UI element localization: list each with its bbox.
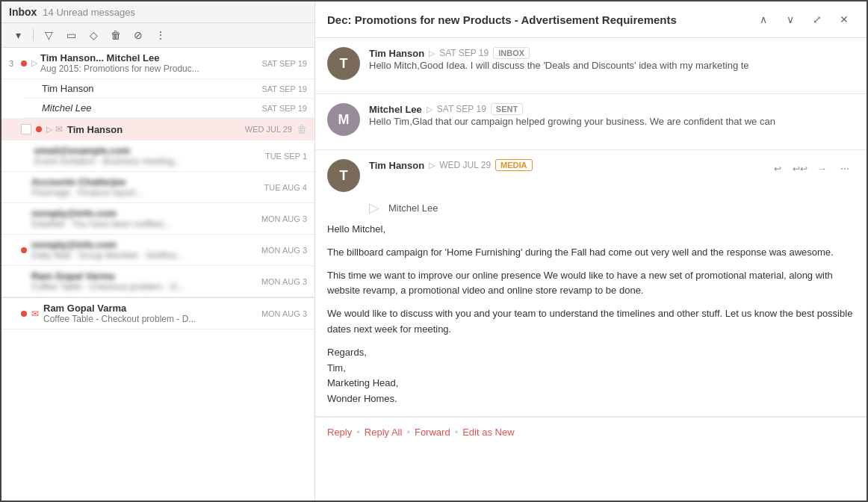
msg-header-3: T Tim Hanson ▷ WED JUL 29 MEDIA ↩ ↩↩ →	[327, 159, 855, 192]
email-subject-title: Dec: Promotions for new Products - Adver…	[327, 13, 753, 26]
sub-sender: Mitchel Lee	[42, 102, 261, 114]
thread-info: Tim Hanson	[67, 124, 239, 135]
unread-dot	[21, 153, 27, 159]
forward-link[interactable]: Forward	[415, 427, 450, 438]
email-thread-row[interactable]: Accounts Chatterjee Floorrage - Finance …	[1, 172, 314, 203]
msg-to-row: ▷ Mitchel Lee	[327, 196, 855, 222]
unread-count: 14 Unread messages	[43, 7, 135, 18]
msg-sender-row-3: Tim Hanson ▷ WED JUL 29 MEDIA	[369, 159, 759, 171]
collapse-up-btn[interactable]: ∧	[753, 9, 774, 30]
unread-dot	[21, 216, 27, 222]
sub-thread-item[interactable]: Mitchel Lee SAT SEP 19	[24, 99, 314, 118]
email-footer: Reply • Reply All • Forward • Edit as Ne…	[315, 417, 867, 447]
select-dropdown-btn[interactable]: ▾	[9, 26, 27, 44]
open-external-btn[interactable]: ⤢	[807, 9, 828, 30]
thread-delete-btn[interactable]: 🗑	[297, 123, 307, 135]
email-thread-row-selected[interactable]: ▷ ✉ Tim Hanson WED JUL 29 🗑	[1, 119, 314, 140]
thread-info: Tim Hanson... Mitchel Lee Aug 2015: Prom…	[40, 52, 255, 74]
msg-body-3: Hello Mitchel, The billboard campaign fo…	[327, 222, 855, 407]
thread-subject: Event invitation - Business meeting...	[34, 156, 259, 167]
email-scroll-area: T Tim Hanson ▷ SAT SEP 19 INBOX Hello Mi…	[315, 38, 867, 501]
unread-dot	[21, 185, 27, 190]
sig-line3: Wonder Homes.	[327, 391, 855, 407]
msg-tag-sent: SENT	[491, 103, 523, 115]
inbox-title: Inbox	[9, 6, 37, 18]
thread-info: email@example.com Event invitation - Bus…	[34, 145, 259, 167]
thread-date: MON AUG 3	[261, 309, 307, 318]
envelope-icon: ✉	[55, 124, 63, 134]
flag-icon: ▷	[31, 58, 37, 68]
msg-para2: This time we want to improve our online …	[327, 268, 855, 300]
thread-sender: Ram Gopal Varma	[43, 303, 255, 314]
email-thread-row[interactable]: email@example.com Event invitation - Bus…	[1, 140, 314, 172]
email-thread-row[interactable]: 3 ▷ Tim Hanson... Mitchel Lee Aug 2015: …	[1, 48, 314, 79]
close-btn[interactable]: ✕	[834, 9, 855, 30]
forward-action-btn[interactable]: →	[813, 159, 832, 179]
unread-dot	[21, 279, 27, 285]
sender-avatar-1: T	[327, 47, 360, 80]
email-thread-row[interactable]: noreply@info.com DataNet - You have been…	[1, 203, 314, 235]
tag-icon[interactable]: ◇	[84, 26, 102, 44]
email-thread-row[interactable]: Ram Gopal Varma Coffee Table - Checkout …	[1, 266, 314, 297]
thread-date: MON AUG 3	[261, 214, 307, 223]
thread-subject: DataNet - You have been notified...	[31, 219, 255, 229]
msg-preview-1: Hello Mitch,Good Idea. I will discuss th…	[369, 59, 855, 72]
msg-sender-name-2: Mitchel Lee	[369, 104, 422, 115]
more-icon[interactable]: ⋮	[152, 26, 170, 44]
sub-date: SAT SEP 19	[261, 84, 307, 93]
reply-all-action-btn[interactable]: ↩↩	[790, 159, 810, 179]
reply-link[interactable]: Reply	[327, 427, 352, 438]
unread-dot	[21, 247, 27, 253]
msg-date-2: SAT SEP 19	[437, 104, 486, 114]
reply-all-link[interactable]: Reply All	[365, 427, 403, 438]
thread-sender: noreply@info.com	[31, 208, 255, 219]
footer-sep-2: •	[406, 427, 410, 438]
email-message-2: M Mitchel Lee ▷ SAT SEP 19 SENT Hello Ti…	[315, 94, 867, 150]
thread-info: noreply@info.com DataNet - You have been…	[31, 208, 255, 229]
folder-icon[interactable]: ▭	[62, 26, 80, 44]
thread-sender: Tim Hanson	[67, 124, 239, 135]
email-thread-row[interactable]: noreply@info.com Daily Mail - Group Memb…	[1, 235, 314, 266]
sub-dot	[31, 105, 37, 111]
thread-subject: Daily Mail - Group Member - Notifice...	[31, 250, 255, 261]
more-action-btn[interactable]: ⋯	[835, 159, 855, 179]
envelope-icon: ✉	[31, 309, 39, 319]
msg-meta-3: Tim Hanson ▷ WED JUL 29 MEDIA	[369, 159, 759, 171]
msg-flag-1: ▷	[429, 49, 435, 58]
sig-line2: Marketing Head,	[327, 376, 855, 391]
msg-date-3: WED JUL 29	[439, 160, 491, 170]
email-thread-row[interactable]: ✉ Ram Gopal Varma Coffee Table - Checkou…	[1, 297, 314, 329]
edit-as-new-link[interactable]: Edit as New	[462, 427, 514, 438]
left-toolbar: ▾ ▽ ▭ ◇ 🗑 ⊘ ⋮	[1, 23, 314, 48]
msg-greeting: Hello Mitchel,	[327, 222, 855, 238]
footer-sep-3: •	[455, 427, 459, 438]
msg-date-1: SAT SEP 19	[439, 48, 489, 58]
sub-thread-item[interactable]: Tim Hanson SAT SEP 19	[24, 79, 314, 99]
toolbar-separator-1	[33, 29, 34, 41]
sub-date: SAT SEP 19	[261, 104, 307, 113]
filter-icon[interactable]: ▽	[40, 26, 58, 44]
collapse-down-btn[interactable]: ∨	[780, 9, 801, 30]
thread-date: SAT SEP 19	[261, 59, 307, 68]
unread-dot	[21, 311, 27, 317]
msg-preview-2: Hello Tim,Glad that our campaign helped …	[369, 115, 855, 128]
thread-subject: Floorrage - Finance report...	[31, 188, 258, 198]
thread-info: Ram Gopal Varma Coffee Table - Checkout …	[31, 270, 255, 292]
thread-sender: noreply@info.com	[31, 239, 255, 250]
msg-para1: The billboard campaign for 'Home Furnish…	[327, 245, 855, 261]
msg-actions-3: ↩ ↩↩ → ⋯	[768, 159, 855, 179]
block-icon[interactable]: ⊘	[129, 26, 147, 44]
thread-info: Ram Gopal Varma Coffee Table - Checkout …	[43, 303, 255, 324]
unread-dot	[36, 126, 42, 132]
delete-icon[interactable]: 🗑	[107, 26, 125, 44]
thread-date: MON AUG 3	[261, 277, 307, 286]
thread-sender: email@example.com	[34, 145, 259, 156]
inbox-header: Inbox 14 Unread messages	[1, 1, 314, 23]
thread-sender: Ram Gopal Varma	[31, 270, 255, 282]
msg-flag-3: ▷	[429, 161, 435, 170]
app-container: Inbox 14 Unread messages ▾ ▽ ▭ ◇ 🗑 ⊘ ⋮ 3…	[0, 0, 868, 502]
msg-para3: We would like to discuss with you and yo…	[327, 306, 855, 338]
reply-btn[interactable]: ↩	[768, 159, 787, 179]
thread-checkbox[interactable]	[21, 124, 31, 134]
sender-avatar-2: M	[327, 103, 360, 136]
